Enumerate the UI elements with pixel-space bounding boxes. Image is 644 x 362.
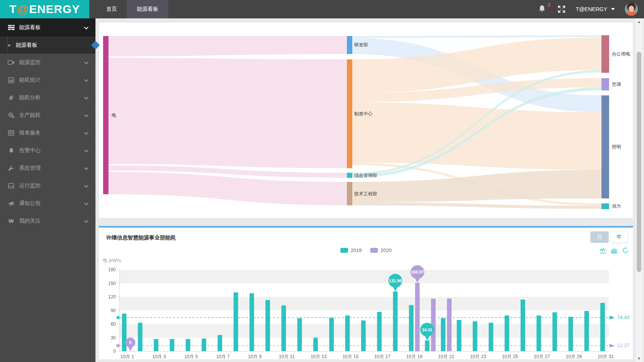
sidebar-item-energy-statistics[interactable]: 能耗统计 <box>0 71 95 89</box>
wrench-icon <box>8 165 15 172</box>
bar-2019-day17[interactable] <box>377 312 382 351</box>
sankey-node-zongheguanlibu[interactable] <box>347 173 352 178</box>
sidebar-item-label: 能耗分析 <box>19 94 41 101</box>
bar-2019-day18[interactable] <box>393 292 398 351</box>
bar-2019-day15[interactable] <box>345 316 350 351</box>
bar-2019-day19[interactable] <box>409 305 414 351</box>
nav-tab-home[interactable]: 首页 <box>96 0 127 18</box>
bar-2019-day5[interactable] <box>186 339 190 351</box>
bar-2019-day28[interactable] <box>552 312 557 351</box>
bar-2019-day6[interactable] <box>202 339 206 351</box>
avatar[interactable] <box>625 3 638 16</box>
sankey-node-zhaoming[interactable] <box>601 95 609 198</box>
bar-2019-day22[interactable] <box>457 320 462 351</box>
bar-2019-day1[interactable] <box>122 314 127 351</box>
sankey-node-yanfabu[interactable] <box>347 36 352 54</box>
bar-2019-day25[interactable] <box>504 316 509 351</box>
sankey-node-dongli[interactable] <box>601 203 609 209</box>
sidebar-item-report-service[interactable]: 报表服务 <box>0 124 95 142</box>
sankey-label: 制造中心 <box>354 111 373 116</box>
notification-button[interactable]: 2 <box>537 4 547 14</box>
app-header: T@ENERGY 首页 能源看板 2 T@ENERGY <box>0 0 644 18</box>
svg-text:10月 15: 10月 15 <box>342 354 358 359</box>
bar-2019-day30[interactable] <box>584 311 589 351</box>
flow-dian-yanfabu[interactable] <box>108 36 347 56</box>
svg-text:120: 120 <box>108 294 116 300</box>
bar-2019-day27[interactable] <box>537 316 541 351</box>
sidebar-item-system-management[interactable]: 系统管理 <box>0 159 95 177</box>
sidebar-item-alarm-center[interactable]: 告警中心 <box>0 142 95 159</box>
chevron-down-icon <box>84 183 89 189</box>
sankey-node-kongtiao[interactable] <box>601 78 609 90</box>
bar-2019-day29[interactable] <box>568 317 573 351</box>
sidebar-item-notice[interactable]: 通知公告 <box>0 195 95 212</box>
nav-tab-energy-dashboard[interactable]: 能源看板 <box>127 0 168 18</box>
fullscreen-icon[interactable] <box>557 5 566 13</box>
bar-2019-day21[interactable] <box>441 318 445 351</box>
bar-2019-day24[interactable] <box>489 323 493 351</box>
page-scrollbar[interactable]: ▲ ▼ <box>636 18 642 362</box>
drive-icon <box>8 182 15 189</box>
sidebar-item-production-energy[interactable]: 生产能耗 <box>0 106 95 124</box>
bar-2019-day2[interactable] <box>138 323 143 351</box>
bar-2019-day14[interactable] <box>329 318 334 351</box>
sankey-label: 办公用电 <box>612 51 630 57</box>
sankey-node-jishugongchengbu[interactable] <box>347 182 352 205</box>
user-name: T@ENERGY <box>576 6 607 12</box>
alarm-bell-icon <box>8 147 15 154</box>
bar-2019-day16[interactable] <box>361 321 366 351</box>
bar-2019-day3[interactable] <box>154 339 158 351</box>
bar-2019-day12[interactable] <box>297 318 302 351</box>
bar-2019-day31[interactable] <box>600 303 605 351</box>
bar-2020-day21[interactable] <box>447 298 452 351</box>
bar-2019-day8[interactable] <box>233 292 238 351</box>
svg-text:0: 0 <box>113 349 116 354</box>
scroll-down-arrow[interactable]: ▼ <box>636 355 642 362</box>
bar-2019-day10[interactable] <box>265 300 270 351</box>
bar-2019-day9[interactable] <box>250 293 254 351</box>
sidebar-item-operation-monitor[interactable]: 运行监控 <box>0 177 95 195</box>
bar-2020-day19[interactable] <box>415 283 420 351</box>
bar-2019-day23[interactable] <box>473 321 477 351</box>
sankey-label: 技术工程部 <box>354 191 377 197</box>
bar-2019-day20[interactable] <box>425 341 429 351</box>
sidebar-item-energy-dashboard[interactable]: 能源看板 <box>0 18 95 36</box>
svg-text:60: 60 <box>111 321 116 327</box>
svg-text:10月 5: 10月 5 <box>184 354 198 359</box>
svg-text:10月 11: 10月 11 <box>279 354 294 359</box>
scrollbar-thumb[interactable] <box>637 52 641 272</box>
chevron-down-icon <box>84 112 89 118</box>
sankey-node-dian[interactable] <box>103 36 108 194</box>
flow-yanfabu-bangongyongdian[interactable] <box>352 35 601 38</box>
chevron-down-icon <box>84 77 89 83</box>
sankey-label: 研发部 <box>354 42 368 48</box>
sankey-label: 空调 <box>612 82 621 87</box>
svg-text:180: 180 <box>108 267 116 272</box>
energy-consumption-panel: 许继信息智慧能源事业部能耗 月 年 2019 2020 <box>99 226 633 360</box>
sankey-node-zhizaozhongxin[interactable] <box>347 59 352 168</box>
sidebar-item-my-follow[interactable]: ₩ 我的关注 <box>0 212 95 230</box>
sidebar-item-energy-monitor[interactable]: 能源监控 <box>0 54 95 71</box>
bar-2019-day13[interactable] <box>313 338 318 352</box>
bar-2019-day4[interactable] <box>170 339 174 351</box>
mark-point-2020[interactable]: 0 <box>125 337 135 351</box>
sidebar: 能源看板 » 能源看板 能源监控 能耗统计 <box>0 18 95 362</box>
bar-2019-day26[interactable] <box>521 300 525 351</box>
sankey-node-bangongyongdian[interactable] <box>601 35 609 73</box>
flow-dian-zhizaozhongxin[interactable] <box>108 58 347 168</box>
flow-zhizaozhongxin-zhaoming[interactable] <box>352 102 601 170</box>
sidebar-subitem-energy-dashboard[interactable]: » 能源看板 <box>0 36 95 54</box>
svg-text:10月 23: 10月 23 <box>470 354 486 359</box>
bar-2019-day7[interactable] <box>218 335 222 351</box>
scroll-up-arrow[interactable]: ▲ <box>636 18 642 25</box>
chevron-down-icon <box>84 25 89 31</box>
sidebar-item-energy-analysis[interactable]: 能耗分析 <box>0 89 95 106</box>
user-menu[interactable]: T@ENERGY <box>576 6 615 12</box>
gears-icon <box>8 112 15 119</box>
notification-badge: 2 <box>548 2 550 8</box>
bar-2019-day11[interactable] <box>281 305 286 351</box>
mark-point-2019[interactable]: 131.96 <box>388 274 402 292</box>
announce-icon <box>8 200 15 207</box>
svg-text:30: 30 <box>111 335 116 341</box>
dashboard-icon <box>8 24 15 31</box>
